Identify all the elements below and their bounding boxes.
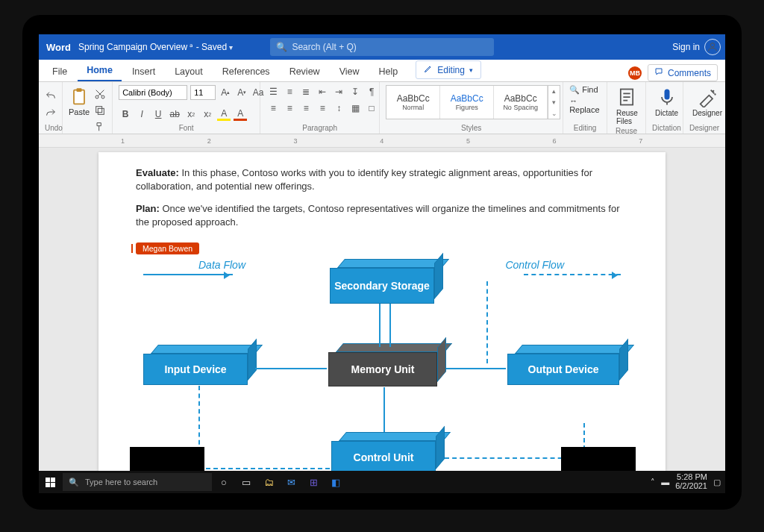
connector — [379, 304, 381, 347]
document-area[interactable]: Evaluate: In this phase, Contoso works w… — [39, 148, 725, 471]
sign-in-button[interactable]: Sign in — [672, 39, 721, 55]
styles-more[interactable]: ⌄ — [548, 107, 560, 119]
replace-button[interactable]: ↔ Replace — [569, 96, 601, 114]
font-color-button[interactable]: A — [234, 107, 247, 121]
font-size-select[interactable]: 11 — [190, 85, 216, 100]
borders-button[interactable]: □ — [365, 101, 378, 115]
undo-button[interactable] — [45, 90, 57, 104]
box-memory-unit[interactable]: Memory Unit — [328, 343, 437, 387]
align-left-button[interactable]: ≡ — [266, 101, 280, 115]
task-view-button[interactable]: ▭ — [236, 472, 257, 492]
grow-font-button[interactable]: A▴ — [219, 86, 232, 99]
action-center-icon[interactable]: ▢ — [713, 478, 721, 487]
multilevel-button[interactable]: ≣ — [299, 85, 313, 98]
search-box[interactable]: 🔍 Search (Alt + Q) — [270, 38, 494, 56]
ruler[interactable]: 1 2 3 4 5 6 7 — [39, 134, 725, 148]
styles-scroll-up[interactable]: ▴ — [548, 86, 560, 97]
page[interactable]: Evaluate: In this phase, Contoso works w… — [98, 152, 666, 471]
outlook-icon[interactable]: ◧ — [325, 472, 346, 492]
format-painter-button[interactable] — [94, 121, 106, 135]
line-spacing-button[interactable]: ↕ — [332, 101, 345, 115]
bold-button[interactable]: B — [119, 107, 132, 121]
copy-button[interactable] — [94, 104, 106, 119]
font-name-select[interactable]: Calibri (Body) — [119, 85, 187, 100]
taskbar-clock[interactable]: 5:28 PM 6/2/2021 — [675, 473, 707, 490]
saved-state: - Saved — [196, 42, 227, 52]
redo-button[interactable] — [45, 107, 57, 122]
styles-gallery[interactable]: AaBbCc Normal AaBbCc Figures AaBbCc No S… — [386, 85, 560, 119]
superscript-button[interactable]: x2 — [201, 107, 214, 121]
teams-icon[interactable]: ⊞ — [303, 472, 324, 492]
tab-view[interactable]: View — [331, 62, 369, 81]
comment-icon — [654, 67, 663, 78]
comments-button[interactable]: Comments — [648, 64, 718, 81]
box-output-device[interactable]: Output Device — [507, 345, 619, 385]
bullets-button[interactable]: ☰ — [266, 85, 280, 98]
explorer-icon[interactable]: 🗂 — [258, 472, 279, 492]
find-button[interactable]: 🔍 Find — [569, 85, 598, 95]
tab-layout[interactable]: Layout — [166, 62, 212, 81]
underline-button[interactable]: U — [151, 107, 165, 121]
justify-button[interactable]: ≡ — [316, 101, 329, 115]
secondary-text: Secondary Storage — [330, 268, 434, 304]
control-flow-legend-arrow — [524, 274, 621, 275]
italic-button[interactable]: I — [135, 107, 148, 121]
tray-network-icon[interactable]: ▬ — [661, 478, 669, 486]
numbering-button[interactable]: ≡ — [283, 85, 296, 98]
style-name: No Spacing — [503, 104, 538, 111]
shrink-font-button[interactable]: A▾ — [235, 86, 248, 99]
tab-home[interactable]: Home — [78, 60, 122, 81]
designer-button[interactable]: Designer — [689, 85, 725, 119]
avatar-icon — [704, 39, 721, 55]
search-icon: 🔍 — [276, 42, 287, 52]
align-center-button[interactable]: ≡ — [283, 101, 296, 115]
tab-help[interactable]: Help — [370, 62, 407, 81]
sort-button[interactable]: ↧ — [348, 85, 362, 98]
reuse-files-button[interactable]: Reuse Files — [613, 85, 641, 127]
paragraph-plan[interactable]: Plan: Once we've identified the targets,… — [136, 202, 628, 228]
style-nospacing[interactable]: AaBbCc No Spacing — [494, 86, 548, 119]
svg-rect-1 — [74, 90, 84, 104]
increase-indent-button[interactable]: ⇥ — [332, 85, 345, 98]
shading-button[interactable]: ▦ — [348, 101, 362, 115]
strike-button[interactable]: ab — [168, 107, 181, 121]
paste-button[interactable]: Paste — [69, 85, 90, 116]
subscript-button[interactable]: x2 — [184, 107, 198, 121]
svg-rect-2 — [77, 88, 82, 92]
tab-review[interactable]: Review — [281, 62, 329, 81]
align-right-button[interactable]: ≡ — [299, 101, 313, 115]
dictate-button[interactable]: Dictate — [652, 85, 681, 119]
editing-mode-button[interactable]: Editing ▾ — [416, 60, 481, 79]
cortana-button[interactable]: ○ — [213, 472, 234, 492]
tab-insert[interactable]: Insert — [123, 62, 164, 81]
svg-point-10 — [714, 93, 716, 95]
highlight-button[interactable]: A — [217, 107, 231, 121]
paragraph-evaluate[interactable]: Evaluate: In this phase, Contoso works w… — [136, 166, 628, 193]
start-button[interactable] — [39, 471, 61, 493]
show-marks-button[interactable]: ¶ — [365, 85, 378, 98]
box-control-unit[interactable]: Control Unit — [331, 432, 436, 471]
decrease-indent-button[interactable]: ⇤ — [316, 85, 329, 98]
tab-file[interactable]: File — [43, 62, 76, 81]
cut-button[interactable] — [94, 88, 106, 102]
chevron-down-icon[interactable]: ▾ — [229, 43, 233, 51]
mail-icon[interactable]: ✉ — [281, 472, 301, 492]
control-flow-label: Control Flow — [505, 259, 564, 271]
taskbar-date: 6/2/2021 — [675, 482, 707, 491]
box-secondary-storage[interactable]: Secondary Storage — [330, 259, 434, 304]
style-normal[interactable]: AaBbCc Normal — [386, 86, 440, 119]
undo-group-label: Undo — [45, 124, 56, 132]
taskbar-search[interactable]: 🔍 Type here to search — [63, 473, 212, 491]
output-text: Output Device — [507, 354, 619, 385]
styles-scroll-down[interactable]: ▾ — [548, 97, 560, 108]
ruler-mark: 2 — [207, 137, 294, 145]
tray-chevron-icon[interactable]: ˄ — [651, 478, 655, 487]
box-input-device[interactable]: Input Device — [143, 345, 248, 385]
tab-references[interactable]: References — [213, 62, 279, 81]
comment-author-flag[interactable]: Megan Bowen — [136, 242, 199, 254]
style-figures[interactable]: AaBbCc Figures — [440, 86, 494, 119]
presence-badge[interactable]: MB — [628, 66, 642, 80]
windows-icon — [46, 478, 55, 487]
doc-name[interactable]: Spring Campaign Overview ᵃ - Saved ▾ — [78, 42, 233, 52]
diagram[interactable]: Data Flow Control Flow Secondary Storage — [136, 259, 628, 471]
